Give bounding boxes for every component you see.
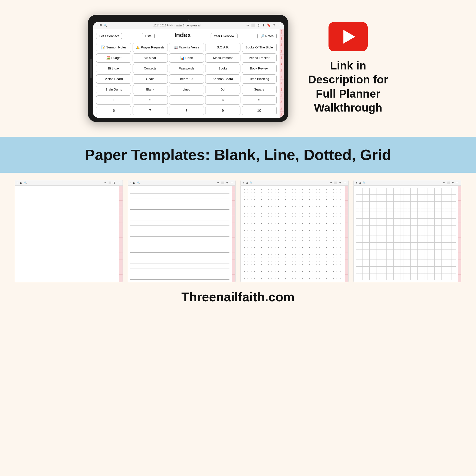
- lined-tab-5[interactable]: [232, 215, 235, 222]
- num2-cell[interactable]: 2: [133, 95, 168, 105]
- more-icon[interactable]: ⋯: [277, 23, 281, 27]
- num9-cell[interactable]: 9: [205, 106, 240, 115]
- grid-tab-3[interactable]: [458, 201, 461, 208]
- more-icon-lined[interactable]: ⋯: [230, 182, 233, 184]
- tab-may[interactable]: May: [280, 67, 284, 73]
- mic-icon-grid[interactable]: 🎙: [452, 182, 454, 184]
- blank-tab-8[interactable]: [119, 238, 122, 245]
- export-icon[interactable]: ⬆: [262, 23, 265, 27]
- lined-tab-9[interactable]: [232, 245, 235, 253]
- dotted-tab-7[interactable]: [345, 230, 348, 238]
- blank-tab-3[interactable]: [119, 201, 122, 208]
- dot-cell[interactable]: Dot: [205, 85, 240, 94]
- search-icon-grid[interactable]: 🔍: [363, 182, 366, 184]
- lined-tab-1[interactable]: [232, 186, 235, 193]
- habit-cell[interactable]: 📊 Habit: [169, 53, 204, 63]
- period-tracker-cell[interactable]: Period Tracker: [242, 53, 277, 63]
- tab-jan[interactable]: Jan: [280, 42, 284, 48]
- back-icon-dotted[interactable]: ‹: [243, 182, 244, 184]
- dotted-tab-8[interactable]: [345, 238, 348, 245]
- share-icon[interactable]: ⬆: [273, 23, 275, 27]
- birthday-cell[interactable]: Birthday: [96, 64, 131, 73]
- blank-tab-11[interactable]: [119, 260, 122, 267]
- lined-tab-2[interactable]: [232, 193, 235, 200]
- grid-tab-13[interactable]: [458, 275, 461, 282]
- notes-btn[interactable]: 🔎 Notes: [257, 33, 277, 39]
- dotted-tab-11[interactable]: [345, 260, 348, 267]
- year-overview-btn[interactable]: Year Overview: [211, 33, 238, 39]
- tab-index[interactable]: Index: [280, 29, 284, 35]
- goals-cell[interactable]: Goals: [133, 74, 168, 84]
- grid-tab-9[interactable]: [458, 245, 461, 253]
- budget-cell[interactable]: 🧮 Budget: [96, 53, 131, 63]
- measurement-cell[interactable]: Measurement: [205, 53, 240, 63]
- lined-tab-8[interactable]: [232, 238, 235, 245]
- more-icon-dotted[interactable]: ⋯: [343, 182, 346, 184]
- blank-tab-13[interactable]: [119, 275, 122, 282]
- tab-feb[interactable]: Feb: [280, 48, 284, 54]
- books-cell[interactable]: Books: [205, 64, 240, 73]
- book-review-cell[interactable]: Book Review: [242, 64, 277, 73]
- lined-tab-12[interactable]: [232, 267, 235, 274]
- grid-icon-grid[interactable]: ⊞: [359, 182, 361, 184]
- lined-cell[interactable]: Lined: [169, 85, 204, 94]
- mic-icon-blank[interactable]: 🎙: [113, 182, 116, 184]
- lined-tab-13[interactable]: [232, 275, 235, 282]
- search-icon-dotted[interactable]: 🔍: [250, 182, 253, 184]
- passwords-cell[interactable]: Passwords: [169, 64, 204, 73]
- lined-tab-7[interactable]: [232, 230, 235, 238]
- tab-mar2[interactable]: Mar: [280, 54, 284, 61]
- doc-icon[interactable]: ⬜: [251, 23, 255, 27]
- soap-cell[interactable]: S.O.A.P.: [205, 43, 240, 52]
- lined-tab-4[interactable]: [232, 208, 235, 215]
- lined-tab-11[interactable]: [232, 260, 235, 267]
- tab-jun[interactable]: Jun: [280, 73, 284, 80]
- dream100-cell[interactable]: Dream 100: [169, 74, 204, 84]
- youtube-play-button[interactable]: [343, 30, 355, 44]
- grid-tab-1[interactable]: [458, 186, 461, 193]
- bookmark-icon[interactable]: 🔖: [267, 23, 271, 27]
- tab-nov[interactable]: Nov: [280, 105, 284, 111]
- dotted-tab-10[interactable]: [345, 253, 348, 260]
- grid-tab-7[interactable]: [458, 230, 461, 238]
- lets-connect-btn[interactable]: Let's Connect: [96, 33, 122, 39]
- favorite-verse-cell[interactable]: 📖 Favorite Verse: [169, 43, 204, 52]
- num10-cell[interactable]: 10: [242, 106, 277, 115]
- blank-tab-12[interactable]: [119, 267, 122, 274]
- grid-icon-dotted[interactable]: ⊞: [246, 182, 248, 184]
- mic-icon[interactable]: 🎙: [257, 23, 260, 27]
- grid-icon-lined[interactable]: ⊞: [133, 182, 135, 184]
- back-icon-blank[interactable]: ‹: [17, 182, 18, 184]
- blank-tab-6[interactable]: [119, 223, 122, 230]
- search-icon-blank[interactable]: 🔍: [24, 182, 27, 184]
- grid-tab-6[interactable]: [458, 223, 461, 230]
- dotted-tab-2[interactable]: [345, 193, 348, 200]
- sermon-notes-cell[interactable]: 📝 Sermon Notes: [96, 43, 131, 52]
- grid-icon[interactable]: ⊞: [100, 24, 102, 27]
- back-icon[interactable]: ‹: [97, 24, 98, 27]
- blank-tab-7[interactable]: [119, 230, 122, 238]
- num3-cell[interactable]: 3: [169, 95, 204, 105]
- tab-mar[interactable]: Mar: [280, 35, 284, 42]
- tab-aug[interactable]: Aug: [280, 86, 284, 92]
- kanban-board-cell[interactable]: Kanban Board: [205, 74, 240, 84]
- grid-tab-5[interactable]: [458, 215, 461, 222]
- search-icon[interactable]: 🔍: [104, 24, 107, 27]
- num8-cell[interactable]: 8: [169, 106, 204, 115]
- time-blocking-cell[interactable]: Time Blocking: [242, 74, 277, 84]
- tab-jul[interactable]: Jul: [280, 80, 284, 86]
- num4-cell[interactable]: 4: [205, 95, 240, 105]
- lists-btn[interactable]: Lists: [142, 33, 154, 39]
- brain-dump-cell[interactable]: Brain Dump: [96, 85, 131, 94]
- contacts-cell[interactable]: Contacts: [133, 64, 168, 73]
- vision-board-cell[interactable]: Vision Board: [96, 74, 131, 84]
- back-icon-grid[interactable]: ‹: [356, 182, 357, 184]
- doc-icon-grid[interactable]: ⬜: [447, 182, 450, 184]
- num7-cell[interactable]: 7: [133, 106, 168, 115]
- search-icon-lined[interactable]: 🔍: [137, 182, 140, 184]
- back-icon-lined[interactable]: ‹: [130, 182, 131, 184]
- dotted-tab-1[interactable]: [345, 186, 348, 193]
- tab-oct[interactable]: Oct: [280, 99, 284, 105]
- pencil-icon-blank[interactable]: ✏: [104, 182, 106, 184]
- blank-tab-9[interactable]: [119, 245, 122, 253]
